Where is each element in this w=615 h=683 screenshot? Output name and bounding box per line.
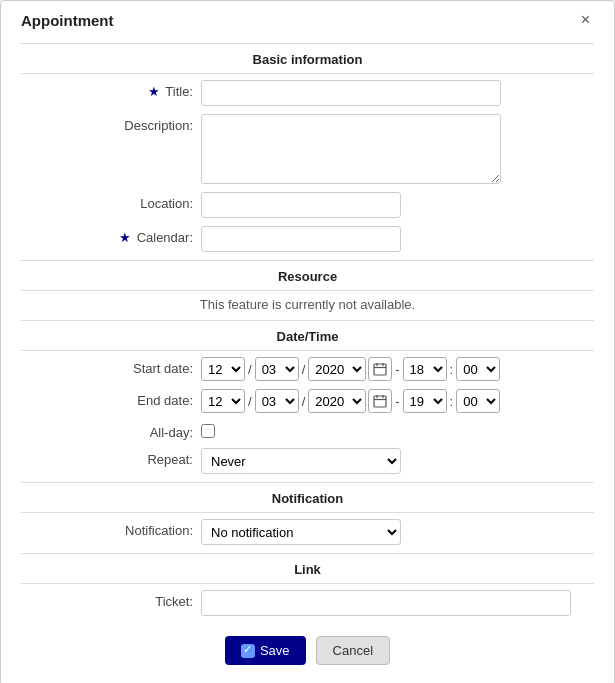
notification-select[interactable]: No notification 5 minutes before 10 minu… [201,519,401,545]
end-date-picker-button[interactable] [368,389,392,413]
start-month-select[interactable]: 12 [201,357,245,381]
dialog-footer: Save Cancel [21,636,594,665]
section-basic-info: Basic information [21,52,594,67]
save-button[interactable]: Save [225,636,306,665]
start-date-row: Start date: 12 / 03 / 2020 - [21,357,594,381]
allday-checkbox[interactable] [201,424,215,438]
ticket-input[interactable] [201,590,571,616]
description-row: Description: [21,114,594,184]
section-link: Link [21,562,594,577]
start-day-select[interactable]: 03 [255,357,299,381]
location-row: Location: [21,192,594,218]
calendar-input[interactable] [201,226,401,252]
appointment-dialog: Appointment × Basic information ★ Title:… [0,0,615,683]
end-min-select[interactable]: 00 [456,389,500,413]
svg-rect-0 [374,364,386,375]
allday-label: All-day: [21,421,201,440]
calendar-row: ★ Calendar: [21,226,594,252]
start-sep1: / [248,362,252,377]
start-time-colon: : [450,362,454,377]
svg-rect-4 [374,396,386,407]
calendar-icon [373,362,387,376]
end-date-controls: 12 / 03 / 2020 - 19 : [201,389,500,413]
save-label: Save [260,643,290,658]
start-year-select[interactable]: 2020 [308,357,366,381]
end-hour-select[interactable]: 19 [403,389,447,413]
description-label: Description: [21,114,201,133]
allday-row: All-day: [21,421,594,440]
section-notification: Notification [21,491,594,506]
start-hour-select[interactable]: 18 [403,357,447,381]
end-sep1: / [248,394,252,409]
start-date-controls: 12 / 03 / 2020 - 18 : [201,357,500,381]
section-resource: Resource [21,269,594,284]
repeat-select[interactable]: Never Daily Weekly Monthly Yearly [201,448,401,474]
title-row: ★ Title: [21,80,594,106]
save-check-icon [241,644,255,658]
dialog-header: Appointment × [21,11,594,37]
required-star-calendar: ★ [119,230,131,245]
end-date-label: End date: [21,389,201,408]
repeat-label: Repeat: [21,448,201,467]
start-sep2: / [302,362,306,377]
location-input[interactable] [201,192,401,218]
calendar-label: ★ Calendar: [21,226,201,245]
calendar-icon-end [373,394,387,408]
end-sep2: / [302,394,306,409]
end-date-row: End date: 12 / 03 / 2020 - [21,389,594,413]
required-star-title: ★ [148,84,160,99]
dialog-title: Appointment [21,12,113,29]
end-year-select[interactable]: 2020 [308,389,366,413]
start-date-picker-button[interactable] [368,357,392,381]
location-label: Location: [21,192,201,211]
repeat-row: Repeat: Never Daily Weekly Monthly Yearl… [21,448,594,474]
start-min-select[interactable]: 00 [456,357,500,381]
notification-row: Notification: No notification 5 minutes … [21,519,594,545]
ticket-label: Ticket: [21,590,201,609]
ticket-row: Ticket: [21,590,594,616]
start-date-label: Start date: [21,357,201,376]
end-time-colon: : [450,394,454,409]
notification-label: Notification: [21,519,201,538]
resource-note: This feature is currently not available. [21,297,594,312]
title-label: ★ Title: [21,80,201,99]
start-time-dash: - [395,362,399,377]
description-input[interactable] [201,114,501,184]
end-month-select[interactable]: 12 [201,389,245,413]
cancel-button[interactable]: Cancel [316,636,390,665]
title-input[interactable] [201,80,501,106]
end-day-select[interactable]: 03 [255,389,299,413]
end-time-dash: - [395,394,399,409]
close-button[interactable]: × [577,11,594,29]
section-datetime: Date/Time [21,329,594,344]
